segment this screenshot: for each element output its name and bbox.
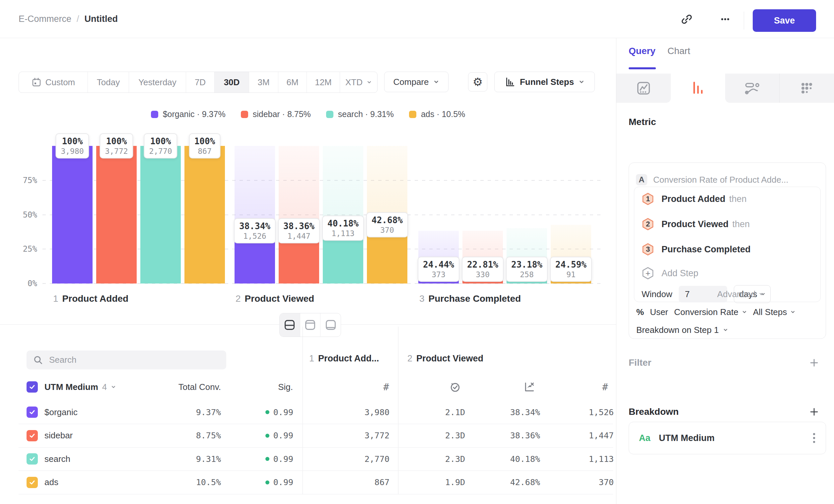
step2-conv: 38.34% [478,400,540,424]
step2-time-column[interactable] [446,375,464,398]
bar-ads-step1[interactable] [184,146,225,283]
step2-count: 1,113 [551,447,614,471]
step2-time: 1.9D [408,471,465,494]
share-link-button[interactable] [679,11,695,27]
breakdown-item-card[interactable]: Aa UTM Medium [629,422,826,454]
table-row-search[interactable]: search9.31%0.992,7702.3D40.18%1,113 [19,447,613,471]
bar-pct: 100% [194,136,215,146]
step2-count-column[interactable]: # [596,375,614,398]
link-icon [680,13,693,25]
step-number: 3 [419,294,425,304]
insights-icon [636,81,651,96]
sig-dot [265,480,269,484]
bar-value-label: 24.59%91 [550,257,592,282]
sig-dot [265,410,269,414]
layout-toggle-top-panel[interactable] [300,313,321,337]
row-checkbox[interactable] [26,471,38,494]
table-row-sidebar[interactable]: sidebar8.75%0.993,7722.3D38.36%1,447 [19,424,613,448]
bar-count: 2,770 [149,146,172,156]
step1-count: 3,980 [315,400,390,424]
tab-funnel[interactable] [671,74,725,103]
select-all-checkbox[interactable] [26,375,38,398]
bar-value-label: 100%2,770 [144,133,177,159]
total-conv-value: 10.5% [146,471,221,494]
measure-scope-label: All Steps [753,307,787,317]
table-row-organic[interactable]: $organic9.37%0.993,9802.1D38.34%1,526 [19,400,613,424]
advanced-toggle[interactable]: Advanced [717,289,764,299]
row-checkbox[interactable] [26,400,38,424]
funnel-steps-card: 1Product Added then2Product Viewed then3… [634,187,821,302]
measure-scope-select[interactable]: All Steps [753,307,796,317]
top-panel-view-icon [304,319,316,331]
bar-count: 3,980 [61,146,84,156]
row-name: search [44,447,70,471]
bar-pct: 24.44% [423,259,454,270]
axis-step-2: 2Product Viewed [236,294,314,304]
metric-title[interactable]: Conversion Rate of Product Adde... [653,175,789,185]
step1-count-column[interactable]: # [377,375,395,398]
metric-step-1[interactable]: 1Product Added then [642,190,747,208]
add-step-button[interactable]: + Add Step [642,265,698,281]
breakdown-on-step-select[interactable]: Breakdown on Step 1 [636,324,728,336]
tab-insights[interactable] [616,74,671,103]
header-divider [744,12,744,29]
table-step1-header: 1 Product Add... [309,353,379,364]
group-column-header[interactable]: UTM Medium 4 [44,375,116,398]
tab-retention[interactable] [779,74,834,103]
search-input[interactable] [48,354,220,365]
bar-pct: 42.68% [372,215,403,226]
layout-toggle-bottom-panel[interactable] [321,313,341,337]
panel-divider [616,38,616,504]
add-breakdown-button[interactable] [808,405,821,418]
search-icon [33,355,43,365]
bar-value-label: 40.18%1,113 [322,215,364,241]
table-row-ads[interactable]: ads10.5%0.998671.9D42.68%370 [19,471,613,495]
bar-$organic-step1[interactable] [52,146,92,283]
step2-time: 2.3D [408,447,465,471]
step-event-name: Product Viewed then [661,219,750,229]
tab-query[interactable]: Query [629,46,656,56]
add-filter-button[interactable] [808,356,821,369]
tab-flows[interactable] [725,74,780,103]
step1-count: 867 [315,471,390,494]
step-name: Product Add... [318,353,379,364]
row-checkbox[interactable] [26,447,38,471]
tab-chart[interactable]: Chart [667,46,690,56]
bar-sidebar-step1[interactable] [96,146,137,283]
total-conv-header[interactable]: Total Conv. [146,375,221,398]
row-name: $organic [44,400,78,424]
bar-value-label: 23.18%258 [506,257,548,282]
save-button[interactable]: Save [753,9,816,32]
row-checkbox[interactable] [26,424,38,447]
bar-value-label: 42.68%370 [366,212,408,237]
step-name: Purchase Completed [429,294,521,304]
sig-dot [265,434,269,438]
layout-toggle-split[interactable] [280,313,300,337]
bar-value-label: 100%3,980 [56,133,89,159]
step2-conv: 42.68% [478,471,540,494]
row-name: sidebar [44,424,73,447]
step-suffix: then [727,194,747,204]
sig-value: 0.99 [259,424,293,447]
sig-value: 0.99 [259,471,293,494]
bar-pct: 100% [105,136,128,146]
clock-check-icon [449,381,461,393]
step-hexagon-badge: 3 [642,243,654,256]
step1-count: 2,770 [315,447,390,471]
bar-count: 373 [423,270,454,279]
step-number: 1 [309,353,314,364]
step-hexagon-badge: 2 [642,217,654,231]
breakdown-kebab-menu[interactable] [810,422,818,454]
metric-step-2[interactable]: 2Product Viewed then [642,215,750,233]
sig-header[interactable]: Sig. [242,375,293,398]
measure-entity[interactable]: User [650,307,668,317]
metric-step-3[interactable]: 3Purchase Completed [642,240,751,259]
advanced-label: Advanced [717,289,756,299]
step2-conversion-column[interactable] [520,375,539,398]
measure-type-select[interactable]: Conversion Rate [674,307,747,317]
bar-search-step1[interactable] [140,146,181,283]
more-options-button[interactable] [717,11,733,27]
flows-icon [744,81,760,96]
step-suffix: then [730,219,750,229]
add-step-hexagon-icon: + [642,267,654,280]
